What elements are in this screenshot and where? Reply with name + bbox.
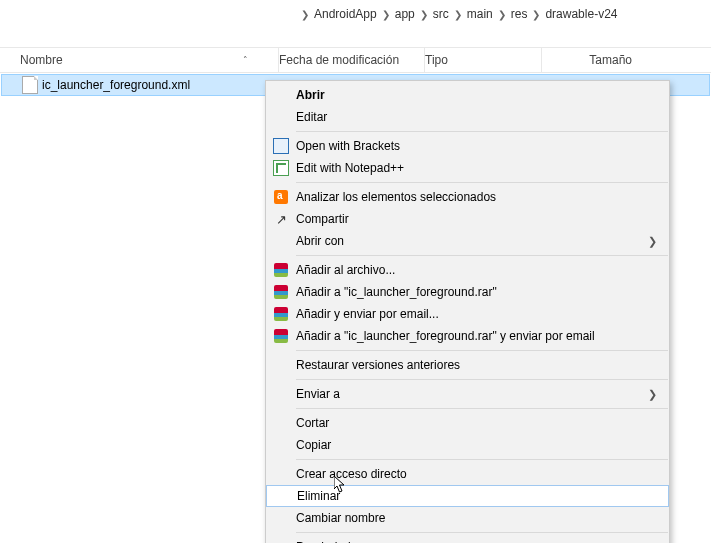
crumb-2[interactable]: src [429, 7, 453, 21]
crumb-1[interactable]: app [391, 7, 419, 21]
notepadpp-icon [270, 159, 292, 177]
menu-edit[interactable]: Editar [266, 106, 669, 128]
chevron-right-icon: ❯ [300, 9, 310, 20]
menu-sendto[interactable]: Enviar a ❯ [266, 383, 669, 405]
menu-separator [296, 255, 668, 256]
col-size-header[interactable]: Tamaño [542, 53, 642, 67]
menu-rename[interactable]: Cambiar nombre [266, 507, 669, 529]
blank-icon [270, 465, 292, 483]
menu-add-archive[interactable]: Añadir al archivo... [266, 259, 669, 281]
menu-openwith-label: Abrir con [296, 234, 648, 248]
menu-edit-label: Editar [296, 110, 657, 124]
menu-notepadpp-label: Edit with Notepad++ [296, 161, 657, 175]
menu-separator [296, 532, 668, 533]
blank-icon [270, 509, 292, 527]
menu-delete-label: Eliminar [297, 489, 656, 503]
submenu-arrow-icon: ❯ [648, 235, 657, 248]
menu-copy-label: Copiar [296, 438, 657, 452]
menu-add-rar-email-label: Añadir a "ic_launcher_foreground.rar" y … [296, 329, 657, 343]
menu-cut[interactable]: Cortar [266, 412, 669, 434]
menu-avast-label: Analizar los elementos seleccionados [296, 190, 657, 204]
menu-separator [296, 379, 668, 380]
menu-shortcut-label: Crear acceso directo [296, 467, 657, 481]
menu-add-to-rar[interactable]: Añadir a "ic_launcher_foreground.rar" [266, 281, 669, 303]
menu-restore[interactable]: Restaurar versiones anteriores [266, 354, 669, 376]
chevron-right-icon: ❯ [497, 9, 507, 20]
col-type-header[interactable]: Tipo [425, 48, 542, 72]
winrar-icon [270, 327, 292, 345]
blank-icon [270, 108, 292, 126]
crumb-3[interactable]: main [463, 7, 497, 21]
column-headers[interactable]: Nombre ˄ Fecha de modificación Tipo Tama… [0, 47, 711, 73]
menu-share[interactable]: ↗ Compartir [266, 208, 669, 230]
blank-icon [270, 436, 292, 454]
menu-add-email-label: Añadir y enviar por email... [296, 307, 657, 321]
col-name-header[interactable]: Nombre ˄ [20, 48, 279, 72]
menu-copy[interactable]: Copiar [266, 434, 669, 456]
col-name-label: Nombre [20, 53, 63, 67]
sort-asc-icon: ˄ [243, 55, 248, 65]
chevron-right-icon: ❯ [381, 9, 391, 20]
blank-icon [270, 538, 292, 543]
winrar-icon [270, 261, 292, 279]
menu-restore-label: Restaurar versiones anteriores [296, 358, 657, 372]
menu-add-rar-email[interactable]: Añadir a "ic_launcher_foreground.rar" y … [266, 325, 669, 347]
context-menu: Abrir Editar Open with Brackets Edit wit… [265, 80, 670, 543]
menu-add-archive-label: Añadir al archivo... [296, 263, 657, 277]
menu-separator [296, 350, 668, 351]
menu-separator [296, 182, 668, 183]
blank-icon [270, 232, 292, 250]
chevron-right-icon: ❯ [419, 9, 429, 20]
chevron-right-icon: ❯ [453, 9, 463, 20]
crumb-4[interactable]: res [507, 7, 532, 21]
blank-icon [271, 487, 293, 505]
chevron-right-icon: ❯ [531, 9, 541, 20]
blank-icon [270, 86, 292, 104]
blank-icon [270, 414, 292, 432]
breadcrumb[interactable]: ❯ AndroidApp ❯ app ❯ src ❯ main ❯ res ❯ … [0, 0, 711, 29]
winrar-icon [270, 305, 292, 323]
blank-icon [270, 356, 292, 374]
menu-sendto-label: Enviar a [296, 387, 648, 401]
menu-cut-label: Cortar [296, 416, 657, 430]
menu-properties[interactable]: Propiedades [266, 536, 669, 543]
menu-delete[interactable]: Eliminar [266, 485, 669, 507]
crumb-5[interactable]: drawable-v24 [541, 7, 621, 21]
menu-share-label: Compartir [296, 212, 657, 226]
col-date-header[interactable]: Fecha de modificación [279, 48, 425, 72]
menu-brackets-label: Open with Brackets [296, 139, 657, 153]
winrar-icon [270, 283, 292, 301]
menu-add-to-rar-label: Añadir a "ic_launcher_foreground.rar" [296, 285, 657, 299]
menu-brackets[interactable]: Open with Brackets [266, 135, 669, 157]
share-icon: ↗ [270, 210, 292, 228]
menu-open[interactable]: Abrir [266, 84, 669, 106]
crumb-0[interactable]: AndroidApp [310, 7, 381, 21]
file-icon [22, 76, 38, 94]
menu-shortcut[interactable]: Crear acceso directo [266, 463, 669, 485]
blank-icon [270, 385, 292, 403]
file-name: ic_launcher_foreground.xml [42, 78, 190, 92]
menu-openwith[interactable]: Abrir con ❯ [266, 230, 669, 252]
menu-add-email[interactable]: Añadir y enviar por email... [266, 303, 669, 325]
menu-rename-label: Cambiar nombre [296, 511, 657, 525]
menu-avast[interactable]: Analizar los elementos seleccionados [266, 186, 669, 208]
menu-notepadpp[interactable]: Edit with Notepad++ [266, 157, 669, 179]
avast-icon [270, 188, 292, 206]
menu-separator [296, 459, 668, 460]
menu-separator [296, 131, 668, 132]
menu-separator [296, 408, 668, 409]
menu-open-label: Abrir [296, 88, 657, 102]
brackets-icon [270, 137, 292, 155]
submenu-arrow-icon: ❯ [648, 388, 657, 401]
